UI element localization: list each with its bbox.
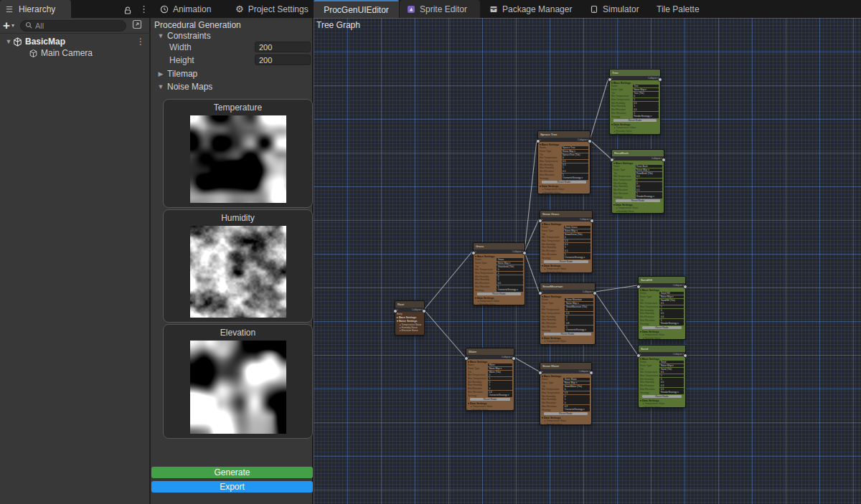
hierarchy-menu-icon[interactable]: ⋮ [139,4,149,14]
graph-node-tree[interactable]: Tree▸Collapse ▾▾ Base SettingsNameTreeNo… [609,69,661,135]
input-port-icon[interactable] [608,77,612,82]
hierarchy-toolbar: + ▾ All [0,18,151,34]
width-row: Width 200 [151,42,314,53]
graph-node-water[interactable]: Water▸Collapse ▾▾ Base SettingsNameWater… [466,348,514,411]
output-port-icon[interactable] [522,251,527,255]
input-port-icon[interactable] [464,356,469,361]
scene-row-basicmap[interactable]: ▼ BasicMap ⋮ [0,36,149,47]
output-port-icon[interactable] [683,353,687,358]
height-row: Height 200 [151,54,314,66]
tab-tile-palette[interactable]: Tile Palette [649,0,707,18]
output-port-icon[interactable] [658,77,662,82]
graph-node-root[interactable]: Root▸Collapse ▾Entry▸ Base Settings▾ Noi… [395,300,425,336]
input-port-icon[interactable] [538,371,542,375]
hierarchy-search-input[interactable]: All [20,20,126,32]
noise-card-humidity: Humidity [163,209,313,323]
output-port-icon[interactable] [593,291,597,295]
generate-button[interactable]: Generate [151,467,313,478]
graph-node-spruce-tree[interactable]: Spruce Tree▸Collapse ▾▾ Base SettingsNam… [537,130,591,194]
output-port-icon[interactable] [590,219,594,223]
procgen-inspector-panel: Procedural Generation ▼ Constraints Widt… [151,18,314,504]
output-port-icon[interactable] [512,356,516,361]
export-button[interactable]: Export [151,481,313,493]
humidity-noise-preview [190,226,286,318]
elevation-noise-preview [190,341,286,434]
package-icon [489,5,498,14]
graph-node-sand-hill[interactable]: SandHill▸Collapse ▾▾ Base SettingsNameSa… [638,276,686,340]
unity-scene-icon [13,37,22,46]
graph-title: Tree Graph [316,20,360,30]
graph-node-rose-bush[interactable]: RoseBush▸Collapse ▾▾ Base SettingsNameRo… [611,149,664,214]
graph-node-snow-grass[interactable]: Snow Grass▸Collapse ▾▾ Base SettingsName… [540,210,593,273]
input-port-icon[interactable] [538,291,542,295]
foldout-closed-icon: ▶ [157,70,164,77]
clock-icon [160,5,169,14]
graph-node-sand[interactable]: Sand▸Collapse ▾▾ Base SettingsNameSandNo… [638,345,686,408]
input-port-icon[interactable] [610,158,614,162]
gear-icon: ⚙ [235,5,244,14]
scene-options-icon[interactable]: ⋮ [136,37,145,47]
search-icon [25,19,33,32]
tab-sprite-editor[interactable]: Sprite Editor [400,0,480,18]
graph-node-grass[interactable]: Grass▸Collapse ▾▾ Base SettingsNameGrass… [473,242,525,305]
graph-node-snow-water[interactable]: Snow Water▸Collapse ▾▾ Base SettingsName… [540,362,592,425]
top-tab-bar: ☰ Hierarchy ⋮ Animation ⚙ Project Settin… [0,0,861,18]
input-port-icon[interactable] [636,353,641,358]
foldout-constraints[interactable]: ▼ Constraints [157,31,211,41]
input-port-icon[interactable] [471,251,476,255]
cube-icon [29,49,37,57]
foldout-open-icon[interactable]: ▼ [4,38,13,45]
tree-graph-canvas[interactable]: Tree Graph Tree▸Collapse ▾▾ Base Setting… [314,18,861,504]
tab-animation[interactable]: Animation [153,0,218,18]
foldout-open-icon: ▼ [157,32,164,39]
foldout-open-icon: ▼ [157,83,164,90]
foldout-tilemap[interactable]: ▶ Tilemap [157,69,197,79]
width-field[interactable]: 200 [255,42,311,52]
hierarchy-list-icon: ☰ [6,5,14,14]
add-dropdown-caret-icon[interactable]: ▾ [11,22,14,29]
temperature-noise-preview [190,115,286,203]
graph-node-snow-mountain[interactable]: SnowMountain▸Collapse ▾▾ Base SettingsNa… [540,282,596,345]
unlock-icon[interactable] [123,5,132,14]
foldout-noise-maps[interactable]: ▼ Noise Maps [157,82,212,92]
output-port-icon[interactable] [589,371,593,375]
input-port-icon[interactable] [536,139,540,143]
output-port-icon[interactable] [662,158,666,162]
noise-card-temperature: Temperature [163,99,313,208]
output-port-icon[interactable] [422,309,426,313]
tab-simulator[interactable]: Simulator [583,0,646,18]
noise-card-elevation: Elevation [163,324,313,439]
input-port-icon[interactable] [393,309,397,313]
hierarchy-header-icons: ⋮ [123,0,149,18]
height-field[interactable]: 200 [255,54,311,65]
tab-project-settings[interactable]: ⚙ Project Settings [228,0,316,18]
tab-hierarchy[interactable]: ☰ Hierarchy [0,0,71,18]
output-port-icon[interactable] [683,285,687,289]
hierarchy-panel: + ▾ All ▼ BasicMap ⋮ Main Camera [0,18,151,504]
sprite-icon [407,5,415,14]
add-gameobject-button[interactable]: + [3,19,10,33]
input-port-icon[interactable] [636,285,641,289]
gameobject-row-main-camera[interactable]: Main Camera [0,47,149,59]
input-port-icon[interactable] [538,219,542,223]
panel-title: Procedural Generation [154,20,241,30]
scene-picker-icon[interactable] [132,19,142,32]
tab-package-manager[interactable]: Package Manager [482,0,579,18]
device-icon [590,5,598,14]
output-port-icon[interactable] [588,139,592,143]
tab-procgenuieditor[interactable]: ProcGenUIEditor [314,0,399,18]
